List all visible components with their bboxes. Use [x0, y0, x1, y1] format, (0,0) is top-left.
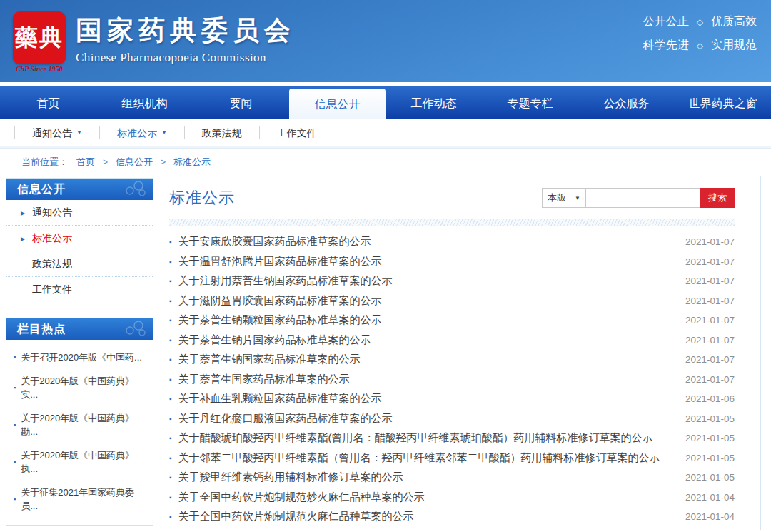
- search-scope-select[interactable]: 本版 ▼: [542, 188, 586, 208]
- bullet-icon: ▪: [169, 395, 172, 403]
- announcement-row: ▪ 关于安康欣胶囊国家药品标准草案的公示 2021-01-07: [169, 232, 735, 252]
- breadcrumb-separator: >: [103, 157, 108, 167]
- nav-tab[interactable]: 首页: [0, 86, 96, 119]
- subnav-item[interactable]: 政策法规 ▼: [184, 126, 259, 139]
- announcement-row: ▪ 关于丹红化瘀口服液国家药品标准草案的公示 2021-01-05: [169, 409, 735, 429]
- slogan-text: 实用规范: [711, 39, 757, 51]
- page: 藥典 ChP Since 1950 国家药典委员会 Chinese Pharma…: [0, 0, 771, 532]
- announcement-date: 2021-01-07: [677, 374, 735, 385]
- announcement-link[interactable]: 关于丹红化瘀口服液国家药品标准草案的公示: [178, 412, 667, 426]
- subnav-item-label: 标准公示: [117, 126, 157, 139]
- hot-topic-label: 关于2020年版《中国药典》执...: [21, 448, 147, 476]
- bullet-icon: ▪: [169, 297, 172, 305]
- diamond-icon: ◇: [697, 41, 703, 51]
- announcement-row: ▪ 关于补血生乳颗粒国家药品标准草案的公示 2021-01-06: [169, 389, 735, 409]
- subnav-item[interactable]: 通知公告 ▼: [14, 126, 99, 139]
- breadcrumb-link[interactable]: 首页: [76, 156, 95, 169]
- nav-tab[interactable]: 信息公开: [289, 89, 386, 119]
- announcement-date: 2021-01-05: [677, 453, 735, 463]
- subnav-item[interactable]: 标准公示 ▼: [99, 126, 184, 139]
- breadcrumb-link[interactable]: 标准公示: [173, 156, 211, 169]
- announcement-link[interactable]: 关于安康欣胶囊国家药品标准草案的公示: [178, 235, 667, 249]
- nav-tab[interactable]: 工作动态: [386, 86, 482, 119]
- bullet-icon: ▪: [169, 513, 172, 521]
- site-logo[interactable]: 藥典 ChP Since 1950: [13, 11, 66, 73]
- sidebar: 信息公开 ▸ 通知公告: [6, 176, 153, 526]
- hot-topics-box: 栏目热点 ▪ 关于召开2020年版《中国药...: [6, 318, 153, 526]
- site-header: 藥典 ChP Since 1950 国家药典委员会 Chinese Pharma…: [0, 0, 771, 82]
- subnav-item[interactable]: 工作文件 ▼: [259, 126, 334, 139]
- announcement-link[interactable]: 关于滋阴益胃胶囊国家药品标准草案的公示: [178, 294, 667, 308]
- bullet-icon: ▪: [14, 493, 16, 506]
- hot-topic-item[interactable]: ▪ 关于2020年版《中国药典》实...: [12, 369, 148, 406]
- announcement-date: 2021-01-07: [677, 296, 735, 306]
- cloud-decoration-icon: [119, 320, 147, 338]
- nav-tab[interactable]: 世界药典之窗: [675, 86, 771, 119]
- announcement-link[interactable]: 关于补血生乳颗粒国家药品标准草案的公示: [178, 392, 667, 406]
- nav-tab[interactable]: 公众服务: [578, 86, 675, 119]
- search-scope-value: 本版: [548, 191, 566, 204]
- bullet-icon: ▪: [169, 316, 172, 324]
- announcement-link[interactable]: 关于萘普生国家药品标准草案的公示: [178, 373, 667, 386]
- content-panel: 标准公示 本版 ▼ 搜索 ▪ 关于安康欣胶囊国家药品标准草案的公示: [164, 176, 761, 530]
- announcement-link[interactable]: 关于醋酸琥珀酸羟丙甲纤维素酯(曾用名：醋酸羟丙甲纤维素琥珀酸酯）药用辅料标准修订…: [178, 431, 667, 445]
- nav-tab[interactable]: 要闻: [193, 86, 289, 119]
- sidebar-menu-item[interactable]: ▸ 工作文件: [6, 277, 153, 303]
- chp-seal-icon: 藥典: [13, 11, 66, 64]
- search-button[interactable]: 搜索: [700, 188, 735, 208]
- announcement-link[interactable]: 关于注射用萘普生钠国家药品标准草案的公示: [178, 274, 667, 288]
- sidebar-menu-item[interactable]: ▸ 标准公示: [6, 226, 153, 251]
- bullet-icon: ▪: [169, 336, 172, 344]
- hot-topic-label: 关于2020年版《中国药典》勘...: [21, 411, 147, 438]
- hot-topic-label: 关于征集2021年国家药典委员...: [21, 486, 147, 513]
- site-title: 国家药典委员会: [76, 13, 296, 49]
- announcement-row: ▪ 关于萘普生钠颗粒国家药品标准草案的公示 2021-01-07: [169, 311, 735, 331]
- arrow-right-icon: ▸: [21, 208, 32, 218]
- hot-topic-item[interactable]: ▪ 关于2020年版《中国药典》勘...: [12, 406, 148, 443]
- announcement-row: ▪ 关于萘普生钠片国家药品标准草案的公示 2021-01-07: [169, 331, 735, 351]
- breadcrumb-crumb: > 首页: [76, 156, 95, 169]
- bullet-icon: ▪: [169, 356, 172, 363]
- announcement-row: ▪ 关于全国中药饮片炮制规范火麻仁品种草案的公示 2021-01-04: [169, 507, 735, 527]
- hot-topic-item[interactable]: ▪ 关于征集2021年国家药典委员...: [12, 481, 148, 518]
- hot-topics-header: 栏目热点: [6, 318, 153, 340]
- slogan-text: 优质高效: [711, 15, 757, 27]
- bullet-icon: ▪: [169, 258, 172, 266]
- announcement-link[interactable]: 关于全国中药饮片炮制规范炒火麻仁品种草案的公示: [178, 491, 667, 504]
- announcement-link[interactable]: 关于萘普生钠片国家药品标准草案的公示: [178, 333, 667, 347]
- breadcrumb: 当前位置： > 首页 > 信息公开 > 标准公示: [0, 148, 771, 175]
- announcement-row: ▪ 关于羧甲纤维素钙药用辅料标准修订草案的公示 2021-01-05: [169, 468, 735, 488]
- striped-divider: [169, 219, 735, 226]
- announcement-date: 2021-01-05: [677, 472, 735, 483]
- announcement-row: ▪ 关于萘普生钠国家药品标准草案的公示 2021-01-07: [169, 350, 735, 370]
- announcement-date: 2021-01-04: [677, 492, 735, 503]
- sidebar-menu-item[interactable]: ▸ 通知公告: [6, 200, 153, 226]
- breadcrumb-label: 当前位置：: [21, 156, 68, 169]
- announcement-link[interactable]: 关于萘普生钠颗粒国家药品标准草案的公示: [178, 313, 667, 327]
- slogan-text: 科学先进: [643, 39, 689, 51]
- hot-topic-item[interactable]: ▪ 关于2020年版《中国药典》执...: [12, 443, 148, 481]
- nav-tab[interactable]: 组织机构: [96, 86, 193, 119]
- breadcrumb-link[interactable]: 信息公开: [116, 156, 153, 169]
- sidebar-menu-list: ▸ 通知公告 ▸ 标准公示 ▸ 政策法规: [6, 200, 153, 303]
- sidebar-menu-title: 信息公开: [17, 182, 66, 197]
- bullet-icon: ▪: [14, 456, 16, 469]
- slogan-text: 公开公正: [643, 15, 689, 27]
- announcement-link[interactable]: 关于温胃舒泡腾片国家药品标准草案的公示: [178, 255, 667, 268]
- sidebar-menu-box: 信息公开 ▸ 通知公告: [6, 178, 153, 303]
- announcement-link[interactable]: 关于全国中药饮片炮制规范火麻仁品种草案的公示: [178, 510, 667, 523]
- announcement-link[interactable]: 关于萘普生钠国家药品标准草案的公示: [178, 353, 667, 366]
- hot-topic-item[interactable]: ▪ 关于召开2020年版《中国药...: [12, 346, 148, 369]
- announcement-link[interactable]: 关于羧甲纤维素钙药用辅料标准修订草案的公示: [178, 471, 667, 484]
- site-titles: 国家药典委员会 Chinese Pharmacopoeia Commission: [76, 13, 296, 65]
- announcement-list: ▪ 关于安康欣胶囊国家药品标准草案的公示 2021-01-07 ▪ 关于温胃舒泡…: [169, 232, 735, 527]
- sub-nav: 通知公告 ▼ 标准公示 ▼ 政策法规 ▼ 工作文件 ▼: [0, 119, 771, 148]
- search-bar: 本版 ▼ 搜索: [542, 188, 735, 208]
- header-slogans: 公开公正◇优质高效 科学先进◇实用规范: [643, 10, 757, 57]
- announcement-date: 2021-01-07: [677, 256, 735, 267]
- announcement-link[interactable]: 关于邻苯二甲酸羟丙甲纤维素酯（曾用名：羟丙甲纤维素邻苯二甲酸酯）药用辅料标准修订…: [178, 451, 667, 465]
- sidebar-menu-item[interactable]: ▸ 政策法规: [6, 251, 153, 277]
- nav-tab[interactable]: 专题专栏: [482, 86, 578, 119]
- hot-topics-title: 栏目热点: [17, 322, 66, 337]
- search-input[interactable]: [586, 188, 700, 208]
